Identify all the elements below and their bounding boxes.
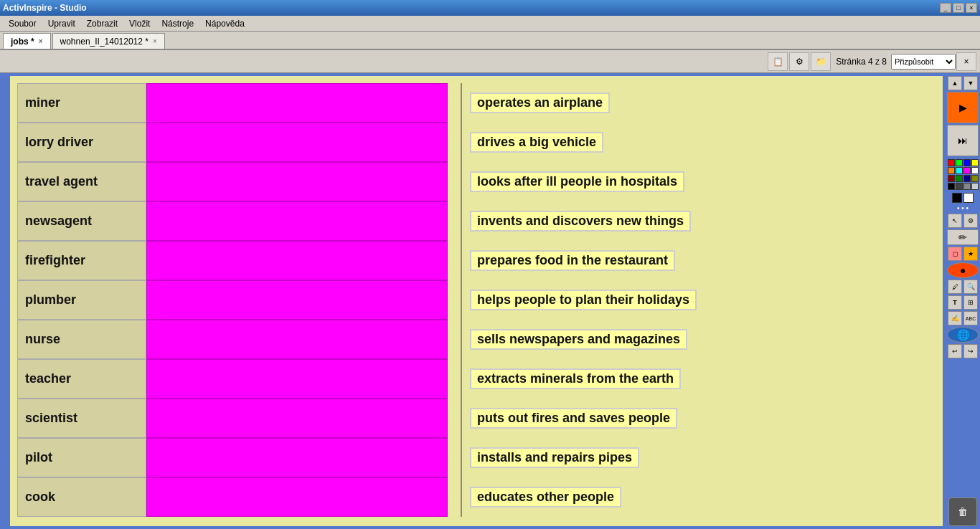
job-blank-4[interactable] bbox=[146, 241, 448, 280]
tab-jobs-close[interactable]: × bbox=[39, 37, 43, 45]
job-desc-text-9: installs and repairs pipes bbox=[470, 447, 639, 468]
pen-tool[interactable]: ✏ bbox=[947, 229, 979, 245]
palette-color-8[interactable] bbox=[948, 175, 955, 182]
tab-bar: jobs * × wohnen_II_14012012 * × bbox=[0, 32, 980, 50]
job-blank-6[interactable] bbox=[146, 320, 448, 359]
panel-expand-btn[interactable]: ▲ bbox=[948, 76, 962, 90]
toolbar-btn-3[interactable]: 📁 bbox=[811, 52, 831, 71]
tab-jobs[interactable]: jobs * × bbox=[3, 33, 51, 49]
job-desc-6: sells newspapers and magazines bbox=[462, 320, 936, 359]
tool-btn-1[interactable]: ▶ bbox=[947, 92, 979, 123]
job-desc-7: extracts minerals from the earth bbox=[462, 359, 936, 399]
page-info: Stránka 4 z 8 bbox=[836, 57, 887, 67]
menu-vlozit[interactable]: Vložit bbox=[123, 17, 156, 30]
magnify-tool[interactable]: 🔍 bbox=[963, 280, 978, 294]
cursor-tool[interactable]: ↖ bbox=[948, 214, 962, 228]
toolbar-btn-2[interactable]: ⚙ bbox=[789, 52, 809, 71]
text-tool[interactable]: T bbox=[948, 295, 962, 310]
undo-tool[interactable]: ↩ bbox=[948, 344, 962, 358]
palette-color-7[interactable] bbox=[971, 167, 979, 174]
settings-tool[interactable]: ⚙ bbox=[963, 214, 978, 228]
dots: • • • bbox=[957, 204, 969, 212]
job-blank-10[interactable] bbox=[146, 477, 448, 517]
palette-color-2[interactable] bbox=[963, 159, 971, 166]
job-desc-3: invents and discovers new things bbox=[462, 201, 936, 241]
menu-upravit[interactable]: Upravit bbox=[42, 17, 81, 30]
zoom-dropdown[interactable]: Přizpůsobit 50% 75% 100% 150% 200% bbox=[891, 54, 956, 70]
circle-tool[interactable]: ● bbox=[947, 262, 979, 278]
palette-color-0[interactable] bbox=[948, 159, 955, 166]
job-blank-7[interactable] bbox=[146, 359, 448, 399]
palette-color-3[interactable] bbox=[971, 159, 979, 166]
menu-zobrazit[interactable]: Zobrazit bbox=[81, 17, 123, 30]
palette-color-14[interactable] bbox=[963, 183, 971, 190]
star-tool[interactable]: ★ bbox=[963, 247, 978, 261]
palette-color-1[interactable] bbox=[956, 159, 963, 166]
job-blank-8[interactable] bbox=[146, 399, 448, 438]
palette-color-6[interactable] bbox=[963, 167, 971, 174]
app-title: ActivInspire - Studio bbox=[3, 3, 87, 13]
palette-color-4[interactable] bbox=[948, 167, 955, 174]
job-desc-9: installs and repairs pipes bbox=[462, 438, 936, 477]
tools-row-2: ◻ ★ bbox=[948, 247, 978, 261]
toolbar-close[interactable]: × bbox=[956, 52, 976, 71]
tool-btn-2[interactable]: ⏭ bbox=[947, 125, 979, 156]
tools-row-5: ✍ ABC bbox=[948, 311, 978, 325]
job-blank-3[interactable] bbox=[146, 201, 448, 241]
job-blank-0[interactable] bbox=[146, 83, 448, 123]
job-name-7: teacher bbox=[17, 359, 146, 399]
job-desc-8: puts out fires and saves people bbox=[462, 399, 936, 438]
menu-nastroje[interactable]: Nástroje bbox=[156, 17, 199, 30]
palette-color-5[interactable] bbox=[956, 167, 963, 174]
job-name-8: scientist bbox=[17, 399, 146, 438]
palette-color-9[interactable] bbox=[956, 175, 963, 182]
black-box[interactable] bbox=[952, 193, 962, 203]
abc-tool[interactable]: ABC bbox=[963, 311, 978, 325]
globe-tool[interactable]: 🌐 bbox=[947, 327, 979, 343]
menu-napoveda[interactable]: Nápověda bbox=[199, 17, 250, 30]
job-name-1: lorry driver bbox=[17, 123, 146, 162]
pencil-tool[interactable]: 🖊 bbox=[948, 280, 962, 294]
minimize-button[interactable]: _ bbox=[940, 3, 951, 13]
edit-tool[interactable]: ✍ bbox=[948, 311, 962, 325]
job-desc-2: looks after ill people in hospitals bbox=[462, 162, 936, 201]
tools-row-4: T ⊞ bbox=[948, 295, 978, 310]
divider-1 bbox=[448, 123, 462, 162]
job-blank-9[interactable] bbox=[146, 438, 448, 477]
divider-5 bbox=[448, 280, 462, 320]
palette-color-11[interactable] bbox=[971, 175, 979, 182]
tab-jobs-label: jobs * bbox=[11, 37, 34, 47]
job-name-3: newsagent bbox=[17, 201, 146, 241]
job-desc-text-0: operates an airplane bbox=[470, 92, 610, 113]
grid-tool[interactable]: ⊞ bbox=[963, 295, 978, 310]
palette-color-15[interactable] bbox=[971, 183, 979, 190]
tab-wohnen[interactable]: wohnen_II_14012012 * × bbox=[52, 33, 165, 49]
toolbar-btn-1[interactable]: 📋 bbox=[768, 52, 788, 71]
palette-color-12[interactable] bbox=[948, 183, 955, 190]
palette-color-10[interactable] bbox=[963, 175, 971, 182]
job-blank-5[interactable] bbox=[146, 280, 448, 320]
job-desc-text-5: helps people to plan their holidays bbox=[470, 290, 697, 310]
divider-0 bbox=[448, 83, 462, 123]
title-bar: ActivInspire - Studio _ □ × bbox=[0, 0, 980, 16]
tab-wohnen-close[interactable]: × bbox=[153, 37, 157, 45]
redo-tool[interactable]: ↪ bbox=[963, 344, 978, 358]
job-name-6: nurse bbox=[17, 320, 146, 359]
palette-color-13[interactable] bbox=[956, 183, 963, 190]
panel-collapse-btn[interactable]: ▼ bbox=[963, 76, 978, 90]
menu-soubor[interactable]: Soubor bbox=[3, 17, 42, 30]
content-area: mineroperates an airplanelorry driverdri… bbox=[10, 76, 943, 526]
white-box[interactable] bbox=[963, 193, 974, 203]
maximize-button[interactable]: □ bbox=[953, 3, 964, 13]
job-desc-text-7: extracts minerals from the earth bbox=[470, 368, 681, 389]
job-desc-text-10: educates other people bbox=[470, 487, 621, 507]
trash-icon[interactable]: 🗑 bbox=[948, 497, 977, 526]
close-button[interactable]: × bbox=[966, 3, 977, 13]
right-tool-panel: ▲ ▼ ▶ ⏭ • • • ↖ ⚙ ✏ ◻ ★ ● 🖊 🔍 bbox=[946, 73, 980, 529]
job-name-2: travel agent bbox=[17, 162, 146, 201]
job-blank-1[interactable] bbox=[146, 123, 448, 162]
job-desc-0: operates an airplane bbox=[462, 83, 936, 123]
divider-9 bbox=[448, 438, 462, 477]
eraser-tool[interactable]: ◻ bbox=[948, 247, 962, 261]
job-blank-2[interactable] bbox=[146, 162, 448, 201]
